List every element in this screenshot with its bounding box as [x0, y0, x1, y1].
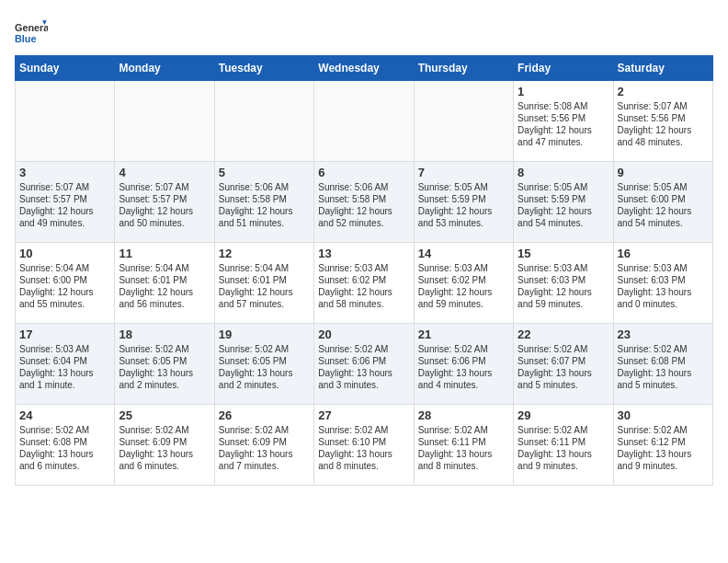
- day-number: 8: [518, 166, 609, 179]
- day-info-line: Daylight: 12 hours: [318, 205, 409, 217]
- day-info-line: Sunrise: 5:06 AM: [318, 181, 409, 193]
- day-info-line: Sunrise: 5:02 AM: [618, 424, 709, 436]
- calendar-day-cell: [16, 81, 115, 162]
- day-info-line: Sunset: 6:06 PM: [318, 355, 409, 367]
- calendar-day-cell: 28Sunrise: 5:02 AMSunset: 6:11 PMDayligh…: [414, 405, 513, 486]
- day-info-line: Sunset: 6:00 PM: [19, 274, 110, 286]
- day-number: 29: [518, 408, 609, 422]
- day-number: 28: [418, 408, 509, 422]
- day-info-line: Sunrise: 5:02 AM: [119, 424, 210, 436]
- day-number: 5: [219, 166, 310, 179]
- day-info-line: Sunset: 6:00 PM: [618, 193, 709, 205]
- calendar-day-header: Tuesday: [214, 56, 313, 81]
- day-info-line: Sunset: 6:03 PM: [618, 274, 709, 286]
- day-info-line: Sunrise: 5:08 AM: [518, 100, 609, 112]
- day-info-line: Sunrise: 5:02 AM: [19, 424, 110, 436]
- day-info-line: Sunset: 5:59 PM: [518, 193, 609, 205]
- day-info-line: Sunset: 5:56 PM: [518, 112, 609, 124]
- day-info-line: Sunset: 5:56 PM: [618, 112, 709, 124]
- calendar-day-cell: 13Sunrise: 5:03 AMSunset: 6:02 PMDayligh…: [314, 243, 414, 324]
- day-info-line: Sunrise: 5:07 AM: [618, 100, 709, 112]
- day-info-line: Sunset: 6:02 PM: [418, 274, 509, 286]
- calendar-week-row: 17Sunrise: 5:03 AMSunset: 6:04 PMDayligh…: [16, 324, 713, 405]
- day-info-line: and 2 minutes.: [219, 379, 310, 391]
- day-info-line: and 8 minutes.: [418, 460, 509, 472]
- day-number: 10: [19, 247, 110, 260]
- day-info-line: and 49 minutes.: [19, 217, 110, 229]
- calendar-day-cell: 14Sunrise: 5:03 AMSunset: 6:02 PMDayligh…: [414, 243, 513, 324]
- day-info-line: and 4 minutes.: [418, 379, 509, 391]
- day-info-line: Sunset: 6:05 PM: [119, 355, 210, 367]
- calendar-day-cell: 12Sunrise: 5:04 AMSunset: 6:01 PMDayligh…: [214, 243, 313, 324]
- day-info-line: and 1 minute.: [19, 379, 110, 391]
- day-info-line: Sunrise: 5:05 AM: [518, 181, 609, 193]
- calendar-day-cell: 18Sunrise: 5:02 AMSunset: 6:05 PMDayligh…: [115, 324, 214, 405]
- day-info-line: Sunrise: 5:03 AM: [418, 262, 509, 274]
- day-info-line: Daylight: 12 hours: [618, 205, 709, 217]
- day-info-line: Sunset: 5:58 PM: [219, 193, 310, 205]
- calendar-day-cell: 22Sunrise: 5:02 AMSunset: 6:07 PMDayligh…: [514, 324, 613, 405]
- day-info-line: Sunset: 6:11 PM: [418, 436, 509, 448]
- svg-text:General: General: [15, 22, 48, 33]
- day-info-line: Daylight: 13 hours: [318, 448, 409, 460]
- svg-text:Blue: Blue: [15, 33, 36, 44]
- day-info-line: Daylight: 13 hours: [219, 448, 310, 460]
- day-info-line: Sunset: 6:02 PM: [318, 274, 409, 286]
- day-info-line: Daylight: 12 hours: [19, 205, 110, 217]
- day-info-line: Sunset: 6:10 PM: [318, 436, 409, 448]
- day-number: 3: [19, 166, 110, 179]
- calendar-week-row: 24Sunrise: 5:02 AMSunset: 6:08 PMDayligh…: [16, 405, 713, 486]
- day-number: 27: [318, 408, 409, 422]
- day-info-line: and 9 minutes.: [518, 460, 609, 472]
- calendar-day-cell: 15Sunrise: 5:03 AMSunset: 6:03 PMDayligh…: [514, 243, 613, 324]
- day-number: 7: [418, 166, 509, 179]
- calendar-day-cell: 3Sunrise: 5:07 AMSunset: 5:57 PMDaylight…: [16, 162, 115, 243]
- day-info-line: Daylight: 12 hours: [518, 124, 609, 136]
- day-info-line: Daylight: 12 hours: [618, 124, 709, 136]
- day-info-line: and 58 minutes.: [318, 298, 409, 310]
- calendar-day-cell: 11Sunrise: 5:04 AMSunset: 6:01 PMDayligh…: [115, 243, 214, 324]
- calendar-day-header: Sunday: [16, 56, 115, 81]
- day-info-line: and 53 minutes.: [418, 217, 509, 229]
- day-number: 9: [618, 166, 709, 179]
- day-info-line: Sunrise: 5:07 AM: [119, 181, 210, 193]
- day-info-line: Sunset: 6:09 PM: [119, 436, 210, 448]
- day-info-line: and 54 minutes.: [518, 217, 609, 229]
- day-info-line: and 3 minutes.: [318, 379, 409, 391]
- calendar-body: 1Sunrise: 5:08 AMSunset: 5:56 PMDaylight…: [16, 81, 713, 486]
- day-info-line: Sunset: 6:01 PM: [219, 274, 310, 286]
- day-info-line: Daylight: 13 hours: [119, 367, 210, 379]
- day-info-line: and 50 minutes.: [119, 217, 210, 229]
- calendar-day-cell: 29Sunrise: 5:02 AMSunset: 6:11 PMDayligh…: [514, 405, 613, 486]
- day-info-line: Daylight: 12 hours: [518, 286, 609, 298]
- day-info-line: Sunrise: 5:02 AM: [318, 343, 409, 355]
- calendar-week-row: 3Sunrise: 5:07 AMSunset: 5:57 PMDaylight…: [16, 162, 713, 243]
- day-info-line: Daylight: 12 hours: [418, 205, 509, 217]
- logo: General Blue: [15, 15, 48, 52]
- day-info-line: Daylight: 13 hours: [518, 367, 609, 379]
- day-info-line: Daylight: 12 hours: [119, 286, 210, 298]
- day-info-line: Daylight: 12 hours: [219, 286, 310, 298]
- day-info-line: and 52 minutes.: [318, 217, 409, 229]
- day-number: 30: [618, 408, 709, 422]
- day-info-line: and 5 minutes.: [518, 379, 609, 391]
- calendar-day-cell: 25Sunrise: 5:02 AMSunset: 6:09 PMDayligh…: [115, 405, 214, 486]
- day-number: 20: [318, 327, 409, 341]
- day-info-line: Sunset: 6:07 PM: [518, 355, 609, 367]
- day-info-line: Sunset: 5:57 PM: [119, 193, 210, 205]
- day-info-line: Daylight: 13 hours: [119, 448, 210, 460]
- calendar-day-cell: 7Sunrise: 5:05 AMSunset: 5:59 PMDaylight…: [414, 162, 513, 243]
- day-info-line: Sunrise: 5:05 AM: [418, 181, 509, 193]
- calendar-day-cell: 16Sunrise: 5:03 AMSunset: 6:03 PMDayligh…: [613, 243, 712, 324]
- day-number: 19: [219, 327, 310, 341]
- day-info-line: Sunset: 6:01 PM: [119, 274, 210, 286]
- day-info-line: Sunrise: 5:02 AM: [119, 343, 210, 355]
- calendar-day-cell: 19Sunrise: 5:02 AMSunset: 6:05 PMDayligh…: [214, 324, 313, 405]
- day-info-line: Sunset: 6:09 PM: [219, 436, 310, 448]
- day-number: 14: [418, 247, 509, 260]
- day-info-line: and 5 minutes.: [618, 379, 709, 391]
- day-info-line: Sunrise: 5:02 AM: [518, 343, 609, 355]
- calendar-day-cell: 21Sunrise: 5:02 AMSunset: 6:06 PMDayligh…: [414, 324, 513, 405]
- day-info-line: Sunrise: 5:02 AM: [219, 343, 310, 355]
- calendar-day-header: Friday: [514, 56, 613, 81]
